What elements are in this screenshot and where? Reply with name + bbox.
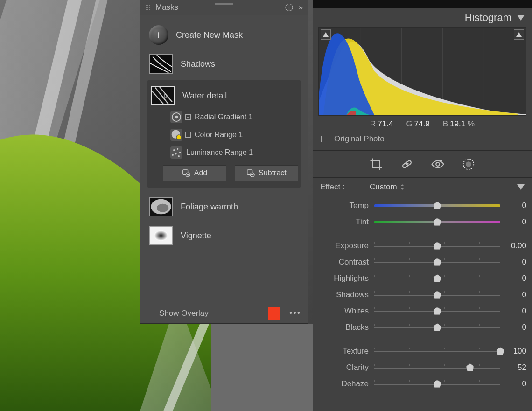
help-icon[interactable]: ⓘ xyxy=(285,2,293,13)
sub-arrow-icon: ↳ xyxy=(163,92,170,161)
subtract-indicator-icon: − xyxy=(185,114,191,120)
component-label: Luminance Range 1 xyxy=(186,148,253,157)
subtract-icon xyxy=(246,169,255,177)
svg-point-6 xyxy=(149,7,150,8)
original-photo-label: Original Photo xyxy=(334,134,385,144)
masks-panel: Masks ⓘ » + Create New Mask Shadows xyxy=(140,0,308,324)
color-range-icon xyxy=(170,129,182,141)
svg-point-21 xyxy=(178,155,180,157)
mask-item-foliage[interactable]: Foliage warmth xyxy=(147,192,301,221)
highlight-clipping-toggle[interactable] xyxy=(514,29,524,40)
mask-label: Water detail xyxy=(182,91,227,101)
collapse-icon[interactable]: » xyxy=(299,3,303,12)
stepper-icon xyxy=(400,184,405,190)
slider-temp[interactable]: Temp 0 xyxy=(318,197,526,214)
svg-point-9 xyxy=(149,9,150,10)
svg-point-2 xyxy=(147,5,148,6)
slider-shadows[interactable]: Shadows 0 xyxy=(318,286,526,303)
histogram-display[interactable] xyxy=(318,27,526,116)
original-photo-toggle[interactable]: Original Photo xyxy=(313,132,532,151)
button-label: Add xyxy=(194,169,207,177)
canvas-background xyxy=(211,324,314,411)
mask-component-radial[interactable]: − Radial Gradient 1 xyxy=(170,108,298,126)
slider-tint[interactable]: Tint 0 xyxy=(318,214,526,230)
right-panel: Histogram R71.4 G74.9 B19.1 % Original P… xyxy=(313,0,532,411)
window-top-bar xyxy=(313,0,532,8)
mask-label: Shadows xyxy=(181,59,215,69)
tool-strip xyxy=(313,151,532,178)
show-overlay-checkbox[interactable] xyxy=(147,310,154,317)
slider-dehaze[interactable]: Dehaze 0 xyxy=(318,376,526,392)
create-new-mask-button[interactable]: + Create New Mask xyxy=(147,21,301,49)
mask-label: Foliage warmth xyxy=(181,202,238,212)
svg-point-7 xyxy=(146,9,147,10)
overlay-color-swatch[interactable] xyxy=(268,307,280,320)
adjustment-sliders: Temp 0 Tint 0 Exposure 0.00 Contrast 0 H… xyxy=(313,196,532,392)
slider-highlights[interactable]: Highlights 0 xyxy=(318,270,526,286)
subtract-indicator-icon: − xyxy=(185,132,191,138)
svg-point-13 xyxy=(175,116,178,119)
mask-thumbnail xyxy=(149,197,173,216)
mask-label: Vignette xyxy=(181,231,211,241)
component-label: Radial Gradient 1 xyxy=(195,113,253,121)
mask-component-luminance[interactable]: Luminance Range 1 xyxy=(170,144,298,161)
svg-point-18 xyxy=(179,152,181,153)
drag-handle[interactable] xyxy=(215,3,233,5)
effect-value: Custom xyxy=(370,182,397,192)
rgb-readout: R71.4 G74.9 B19.1 % xyxy=(313,116,532,132)
mask-item-water-detail-header[interactable]: Water detail xyxy=(150,83,298,108)
svg-point-28 xyxy=(157,204,168,212)
masking-tool-icon[interactable] xyxy=(462,157,476,171)
create-label: Create New Mask xyxy=(176,30,243,40)
component-label: Color Range 1 xyxy=(195,131,243,139)
svg-point-8 xyxy=(147,9,148,10)
show-overlay-label: Show Overlay xyxy=(159,309,263,318)
slider-contrast[interactable]: Contrast 0 xyxy=(318,254,526,270)
mask-item-water-detail: Water detail ↳ − Radial Gradient 1 xyxy=(147,80,301,188)
redeye-tool-icon[interactable] xyxy=(431,157,445,171)
more-options-icon[interactable]: ••• xyxy=(289,308,301,318)
svg-point-30 xyxy=(154,230,168,241)
original-photo-icon xyxy=(321,136,329,142)
effect-label: Effect : xyxy=(320,182,370,192)
svg-point-41 xyxy=(466,162,471,167)
add-to-mask-button[interactable]: Add xyxy=(163,165,226,181)
effect-preset-row[interactable]: Effect : Custom xyxy=(313,178,532,196)
shadow-clipping-toggle[interactable] xyxy=(321,29,331,40)
slider-texture[interactable]: Texture 100 xyxy=(318,343,526,359)
svg-point-1 xyxy=(146,5,147,6)
healing-tool-icon[interactable] xyxy=(400,157,414,171)
masks-panel-title: Masks xyxy=(155,3,178,12)
mask-item-shadows[interactable]: Shadows xyxy=(147,49,301,78)
svg-point-15 xyxy=(176,135,181,139)
luminance-range-icon xyxy=(170,146,182,159)
svg-point-16 xyxy=(173,149,175,151)
histogram-header[interactable]: Histogram xyxy=(313,8,532,27)
svg-point-5 xyxy=(147,7,148,8)
mask-thumbnail xyxy=(149,54,173,74)
svg-point-17 xyxy=(177,148,179,150)
svg-point-20 xyxy=(172,154,174,156)
slider-blacks[interactable]: Blacks 0 xyxy=(318,319,526,335)
svg-point-39 xyxy=(436,162,440,166)
disclosure-triangle-icon xyxy=(517,15,525,21)
slider-clarity[interactable]: Clarity 52 xyxy=(318,359,526,376)
slider-exposure[interactable]: Exposure 0.00 xyxy=(318,237,526,254)
histogram-title: Histogram xyxy=(465,12,511,24)
crop-tool-icon[interactable] xyxy=(369,157,383,171)
masks-panel-header[interactable]: Masks ⓘ » xyxy=(140,0,308,15)
add-icon xyxy=(182,169,190,177)
svg-point-3 xyxy=(149,5,150,6)
panel-disclosure-icon[interactable] xyxy=(517,184,525,190)
plus-icon: + xyxy=(149,25,168,45)
subtract-from-mask-button[interactable]: Subtract xyxy=(235,165,298,181)
svg-point-4 xyxy=(146,7,147,8)
radial-gradient-icon xyxy=(170,111,182,123)
mask-component-color[interactable]: − Color Range 1 xyxy=(170,126,298,144)
mask-item-vignette[interactable]: Vignette xyxy=(147,221,301,250)
mask-thumbnail xyxy=(149,226,173,245)
slider-whites[interactable]: Whites 0 xyxy=(318,303,526,319)
svg-point-19 xyxy=(175,153,177,155)
grip-icon xyxy=(145,5,151,10)
button-label: Subtract xyxy=(259,169,287,177)
